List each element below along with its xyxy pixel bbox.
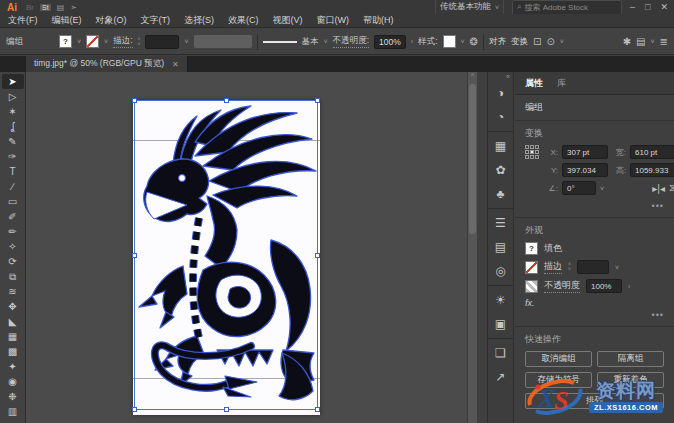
maximize-button[interactable]: □ [645, 2, 650, 12]
menu-effect[interactable]: 效果(C) [228, 14, 259, 27]
symbols-panel-button[interactable]: ♣ [488, 182, 513, 206]
arrange-documents-icon[interactable]: ▤ [636, 36, 645, 47]
color-panel-button[interactable]: ◑ [488, 81, 513, 105]
selection-handle-e[interactable] [315, 253, 320, 258]
scroll-up-icon[interactable]: ˄ [471, 72, 475, 78]
symbol-sprayer-tool[interactable]: ❉ [2, 389, 24, 404]
opacity-arrow-icon[interactable]: › [411, 38, 413, 45]
document-tab[interactable]: timg.jpg* @ 50% (RGB/GPU 预览) ✕ [26, 56, 188, 72]
selection-handle-sw[interactable] [132, 407, 137, 412]
chevron-down-icon[interactable]: ˅ [651, 38, 655, 45]
collapse-dock-icon[interactable]: « [506, 73, 510, 80]
stepper-down-icon[interactable]: ˅ [568, 267, 571, 272]
chevron-down-icon[interactable]: ˅ [104, 38, 108, 45]
flip-vertical-icon[interactable]: ⧖ [669, 182, 674, 194]
isolate-group-button[interactable]: 隔离组 [597, 351, 664, 367]
shaper-tool[interactable]: ✧ [2, 239, 24, 254]
chevron-down-icon[interactable]: ˅ [615, 264, 619, 271]
menu-select[interactable]: 选择(S) [184, 14, 214, 27]
paintbrush-tool[interactable]: ✐ [2, 209, 24, 224]
transform-button[interactable]: 变换 [511, 36, 528, 48]
document-setup-icon[interactable]: ✱ [623, 36, 631, 47]
curvature-tool[interactable]: ✑ [2, 149, 24, 164]
mesh-tool[interactable]: ▦ [2, 329, 24, 344]
chevron-down-icon[interactable]: ˅ [184, 38, 188, 45]
menu-window[interactable]: 窗口(W) [317, 14, 350, 27]
artboards-panel-button[interactable]: ↗ [488, 365, 513, 389]
type-tool[interactable]: T [2, 164, 24, 179]
recolor-artwork-icon[interactable]: ❂ [470, 36, 478, 47]
stroke-weight-stepper[interactable]: ˄ ˅ [138, 37, 141, 47]
transparency-panel-button[interactable]: ◎ [488, 259, 513, 283]
stroke-style-label[interactable]: 基本 [302, 36, 319, 48]
stepper-down-icon[interactable]: ˅ [138, 42, 141, 47]
perspective-grid-tool[interactable]: ◣ [2, 314, 24, 329]
stroke-weight-field[interactable] [577, 260, 609, 274]
selection-handle-w[interactable] [132, 253, 137, 258]
menu-file[interactable]: 文件(F) [8, 14, 38, 27]
flip-horizontal-icon[interactable]: ▸|◂ [652, 183, 665, 194]
chevron-down-icon[interactable]: ˅ [461, 38, 465, 45]
style-swatch[interactable] [443, 35, 456, 48]
selection-handle-n[interactable] [224, 98, 229, 103]
rotate-tool[interactable]: ⟳ [2, 254, 24, 269]
artboard[interactable] [133, 100, 320, 415]
opacity-field[interactable]: 100% [374, 35, 406, 49]
fx-button[interactable]: fx. [525, 298, 535, 308]
chevron-down-icon[interactable]: ˅ [77, 38, 81, 45]
rectangle-tool[interactable]: ▭ [2, 194, 24, 209]
fill-swatch[interactable]: ? [59, 35, 72, 48]
appearance-panel-button[interactable]: ☀ [488, 288, 513, 312]
blend-tool[interactable]: ◉ [2, 374, 24, 389]
close-tab-icon[interactable]: ✕ [172, 60, 179, 69]
reference-point-locator[interactable] [525, 145, 539, 199]
width-tool[interactable]: ≋ [2, 284, 24, 299]
gradient-panel-button[interactable]: ▤ [488, 235, 513, 259]
graphic-styles-panel-button[interactable]: ▣ [488, 312, 513, 336]
canvas[interactable]: ˄ [26, 72, 477, 423]
stroke-weight-label[interactable]: 描边: [113, 35, 132, 48]
selection-tool[interactable]: ➤ [2, 74, 24, 89]
stock-search-input[interactable]: ⌕ 搜索 Adobe Stock [512, 0, 622, 15]
selection-handle-ne[interactable] [315, 98, 320, 103]
stroke-panel-button[interactable]: ☰ [488, 211, 513, 235]
eyedropper-tool[interactable]: ✦ [2, 359, 24, 374]
selection-bounding-box[interactable] [134, 100, 318, 410]
menu-edit[interactable]: 编辑(E) [52, 14, 82, 27]
vertical-scrollbar[interactable]: ˄ [467, 72, 477, 423]
close-button[interactable]: ✕ [660, 2, 668, 12]
share-icon[interactable]: ➣ [70, 3, 77, 12]
control-bar-menu-icon[interactable]: ≣ [660, 36, 668, 47]
stroke-weight-stepper[interactable]: ˄ ˅ [568, 262, 571, 272]
select-similar-icon[interactable]: ⊙ [546, 36, 554, 47]
rotate-field[interactable]: 0° [562, 181, 596, 195]
more-options-icon[interactable]: ••• [525, 201, 664, 211]
height-field[interactable]: 1059.933 [630, 163, 674, 177]
stroke-swatch[interactable] [86, 35, 99, 48]
stroke-swatch[interactable] [525, 261, 538, 274]
opacity-label[interactable]: 不透明度 [544, 279, 580, 293]
stroke-label[interactable]: 描边 [544, 260, 562, 274]
opacity-label[interactable]: 不透明度: [333, 35, 369, 48]
gradient-tool[interactable]: ▩ [2, 344, 24, 359]
selection-handle-nw[interactable] [132, 98, 137, 103]
x-field[interactable]: 307 pt [562, 145, 608, 159]
pencil-tool[interactable]: ✏ [2, 224, 24, 239]
layout-icon[interactable]: ▤ [57, 3, 65, 12]
align-button[interactable]: 对齐 [489, 36, 506, 48]
minimize-button[interactable]: – [630, 2, 635, 12]
menu-object[interactable]: 对象(O) [96, 14, 127, 27]
tab-libraries[interactable]: 库 [557, 77, 566, 90]
color-guide-panel-button[interactable]: ◔ [488, 105, 513, 129]
isolate-selected-icon[interactable]: ⊡ [533, 36, 541, 47]
menu-type[interactable]: 文字(T) [141, 14, 171, 27]
width-field[interactable]: 610 pt [630, 145, 674, 159]
menu-help[interactable]: 帮助(H) [363, 14, 394, 27]
opacity-field[interactable]: 100% [586, 279, 622, 293]
bridge-icon[interactable]: Br [26, 3, 34, 12]
scrollbar-thumb[interactable] [469, 84, 476, 234]
more-options-icon[interactable]: ••• [525, 310, 664, 320]
stroke-weight-field[interactable] [145, 35, 179, 49]
menu-view[interactable]: 视图(V) [273, 14, 303, 27]
stock-icon[interactable]: St [40, 4, 51, 11]
